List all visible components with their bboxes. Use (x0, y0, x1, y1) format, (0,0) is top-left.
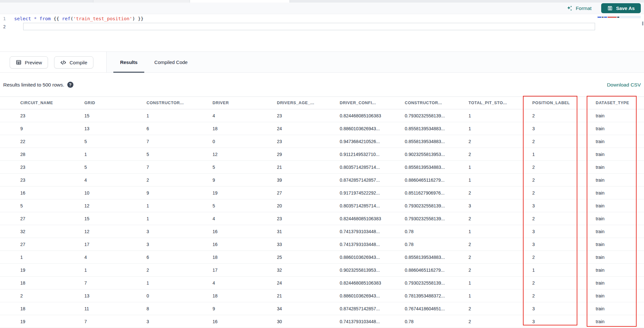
table-cell: 2 (469, 216, 532, 221)
file-tab-active[interactable] (190, 0, 290, 3)
table-cell: 19 (213, 190, 277, 196)
line-number: 2 (0, 24, 14, 29)
table-cell: 0.7930232558139... (405, 280, 469, 286)
table-cell: 0.9112149532710... (340, 152, 405, 157)
table-cell: 6 (147, 126, 213, 131)
preview-button[interactable]: Preview (10, 56, 48, 68)
table-cell: 5 (84, 139, 147, 144)
table-cell: 1 (469, 293, 532, 298)
format-label: Format (576, 5, 592, 11)
table-cell: 9 (147, 190, 213, 196)
table-cell: 1 (147, 203, 213, 208)
tab-compiled-code[interactable]: Compiled Code (150, 52, 192, 72)
table-cell: 0.9473684210526... (340, 139, 405, 144)
table-cell: 0.7413793103448... (340, 229, 405, 234)
table-cell: 0.7930232558139... (405, 113, 469, 118)
table-cell: 1 (84, 152, 147, 157)
table-cell: 29 (277, 152, 340, 157)
code-line[interactable]: 2 (0, 23, 644, 31)
table-cell: 17 (213, 268, 277, 273)
table-cell: 19 (20, 319, 84, 324)
table-cell: 12 (84, 203, 147, 208)
table-cell: 19 (20, 268, 84, 273)
editor-minimap[interactable] (597, 16, 641, 45)
table-cell: train (596, 242, 644, 247)
table-cell: 0.824468085106383 (340, 113, 405, 118)
table-cell: 23 (20, 113, 84, 118)
column-header: CONSTRUCTOR... (405, 101, 469, 105)
table-cell: 0.8035714285714... (340, 203, 405, 208)
table-cell: 31 (277, 229, 340, 234)
code-lines: 1select * from {{ ref('train_test_positi… (0, 14, 644, 31)
table-cell: 1 (532, 268, 596, 273)
table-cell: 2 (469, 268, 532, 273)
table-cell: 1 (469, 229, 532, 234)
table-cell: 2 (147, 268, 213, 273)
table-cell: 7 (84, 280, 147, 286)
table-cell: train (596, 165, 644, 170)
sql-editor[interactable]: 1select * from {{ ref('train_test_positi… (0, 14, 644, 51)
table-cell: 1 (469, 280, 532, 286)
download-csv-link[interactable]: Download CSV (607, 82, 641, 88)
table-cell: 2 (469, 190, 532, 196)
table-cell: 16 (213, 319, 277, 324)
save-icon (607, 5, 613, 11)
table-cell: 9 (213, 178, 277, 183)
help-icon[interactable]: ? (67, 82, 73, 88)
results-table: CIRCUIT_NAMEGRIDCONSTRUCTOR...DRIVERDRIV… (0, 96, 644, 328)
tab-results[interactable]: Results (113, 52, 144, 72)
table-row: 3212316310.7413793103448...0.7813train (0, 225, 644, 238)
table-cell: 0.8035714285714... (340, 165, 405, 170)
table-row: 281512290.9112149532710...0.902325581395… (0, 148, 644, 161)
table-cell: 22 (20, 139, 84, 144)
table-cell: 8 (147, 306, 213, 311)
compile-button[interactable]: Compile (54, 56, 93, 68)
table-cell: 0.7413793103448... (340, 319, 405, 324)
table-cell: 3 (147, 229, 213, 234)
code-line[interactable]: 1select * from {{ ref('train_test_positi… (0, 14, 644, 23)
table-cell: 0.78 (405, 229, 469, 234)
table-cell: 13 (84, 126, 147, 131)
column-header: DRIVER (213, 101, 277, 105)
table-cell: 5 (213, 165, 277, 170)
table-cell: train (596, 178, 644, 183)
table-cell: 0.8742857142857... (340, 306, 405, 311)
table-cell: 0 (213, 139, 277, 144)
table-cell: 32 (20, 229, 84, 234)
table-row: 23575210.8035714285714...0.8558139534883… (0, 161, 644, 174)
table-cell: 17 (84, 242, 147, 247)
code-text: select * from {{ ref('train_test_positio… (14, 16, 144, 21)
table-cell: 18 (213, 255, 277, 260)
table-cell: 5 (84, 165, 147, 170)
table-cell: 2 (469, 139, 532, 144)
table-row: 22570230.9473684210526...0.8558139534883… (0, 135, 644, 148)
table-cell: 12 (213, 152, 277, 157)
editor-scrollbar[interactable] (642, 22, 643, 25)
table-cell: 5 (213, 203, 277, 208)
format-button[interactable]: Format (566, 5, 592, 12)
table-cell: 5 (147, 152, 213, 157)
save-as-button[interactable]: Save As (601, 3, 641, 13)
table-cell: 24 (277, 280, 340, 286)
table-cell: 1 (469, 126, 532, 131)
action-bar: Preview Compile Results Compiled Code (0, 51, 644, 73)
file-tab[interactable] (93, 0, 190, 3)
table-cell: 34 (277, 306, 340, 311)
table-cell: 2 (532, 139, 596, 144)
table-cell: 23 (277, 113, 340, 118)
table-cell: 1 (147, 280, 213, 286)
editor-toolbar: Format Save As (0, 3, 644, 14)
sparkles-icon (566, 5, 573, 12)
table-cell: 2 (532, 165, 596, 170)
table-cell: 0.7930232558139... (405, 203, 469, 208)
table-cell: 25 (277, 255, 340, 260)
table-cell: 9 (20, 126, 84, 131)
table-cell: 21 (277, 293, 340, 298)
file-tab[interactable] (0, 0, 93, 3)
table-cell: 2 (532, 293, 596, 298)
column-header: CONSTRUCTOR... (147, 101, 213, 105)
table-cell: 1 (532, 152, 596, 157)
table-cell: 0.9023255813953... (405, 152, 469, 157)
table-cell: 4 (84, 178, 147, 183)
table-cell: 0.8860103626943... (340, 293, 405, 298)
